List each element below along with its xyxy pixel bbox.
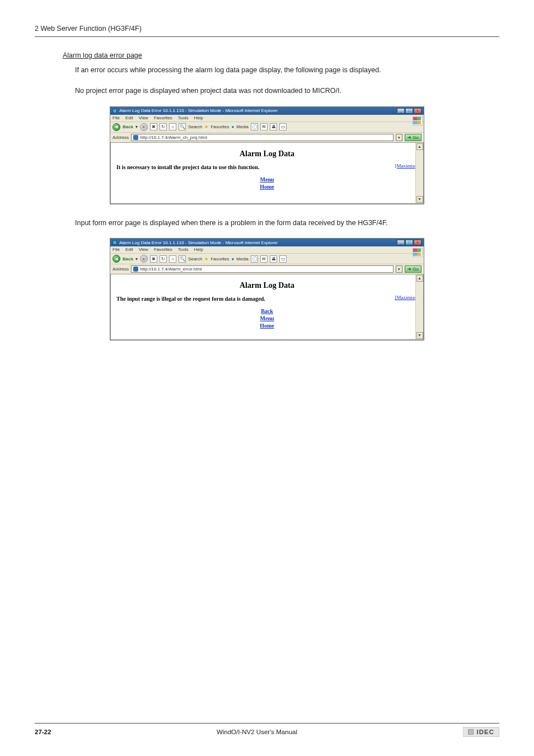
- menubar: File Edit View Favorites Tools Help: [110, 115, 424, 122]
- menu-tools[interactable]: Tools: [178, 247, 189, 252]
- stop-icon[interactable]: ✖: [150, 123, 157, 130]
- minimize-button[interactable]: _: [397, 108, 405, 114]
- address-input[interactable]: http://10.1.7.4/Alarm_error.html: [131, 265, 394, 273]
- back-button[interactable]: Back: [123, 256, 133, 262]
- search-icon[interactable]: 🔍: [179, 255, 186, 263]
- print-icon[interactable]: 🖶: [270, 255, 277, 263]
- menu-edit[interactable]: Edit: [125, 115, 133, 120]
- mail-icon[interactable]: ✉: [260, 123, 268, 130]
- address-label: Address: [113, 135, 129, 140]
- page-icon: [133, 267, 138, 272]
- back-icon[interactable]: ◄: [113, 255, 120, 263]
- back-button[interactable]: Back: [123, 124, 133, 129]
- print-icon[interactable]: 🖶: [270, 123, 277, 130]
- address-bar: Address http://10.1.7.4/Alarm_ch_prsj.ht…: [110, 133, 424, 143]
- search-button[interactable]: Search: [188, 256, 202, 262]
- address-value: http://10.1.7.4/Alarm_error.html: [140, 267, 202, 272]
- media-icon[interactable]: ●: [231, 124, 234, 129]
- menu-file[interactable]: File: [113, 115, 120, 120]
- toolbar: ◄ Back ▾ ► ✖ ↻ ⌂ 🔍 Search ★ Favorites ● …: [110, 122, 424, 133]
- menu-help[interactable]: Help: [194, 115, 203, 120]
- mail-icon[interactable]: ✉: [260, 255, 268, 263]
- error-message: It is necessary to install the project d…: [116, 164, 418, 170]
- go-icon: ➔: [407, 135, 411, 140]
- close-button[interactable]: ×: [414, 108, 421, 114]
- address-dropdown[interactable]: ▾: [396, 265, 402, 273]
- address-value: http://10.1.7.4/Alarm_ch_prsj.html: [140, 135, 207, 140]
- maximize-button[interactable]: □: [405, 240, 413, 245]
- page-heading: Alarm Log Data: [116, 281, 418, 290]
- stop-icon[interactable]: ✖: [150, 255, 157, 263]
- scroll-up-icon[interactable]: ▲: [416, 275, 423, 282]
- media-button[interactable]: Media: [236, 124, 249, 129]
- menu-view[interactable]: View: [139, 115, 148, 120]
- menu-help[interactable]: Help: [194, 247, 203, 252]
- go-button[interactable]: ➔ Go: [405, 134, 421, 141]
- ie-icon: [113, 240, 117, 245]
- page-number: 27-22: [35, 729, 51, 735]
- para-intro: If an error occurs while processing the …: [75, 65, 488, 76]
- address-bar: Address http://10.1.7.4/Alarm_error.html…: [110, 264, 424, 274]
- page-heading: Alarm Log Data: [116, 150, 418, 158]
- window-title: Alarm Log Data Error 10.1.1.110 - Simula…: [119, 108, 278, 113]
- page-icon: [133, 135, 138, 140]
- menu-edit[interactable]: Edit: [125, 247, 133, 252]
- menu-favorites[interactable]: Favorites: [154, 115, 172, 120]
- menu-favorites[interactable]: Favorites: [154, 247, 172, 252]
- refresh-icon[interactable]: ↻: [160, 123, 167, 130]
- home-icon[interactable]: ⌂: [169, 255, 176, 263]
- edit-icon[interactable]: ▭: [279, 255, 287, 263]
- error-message: The input range is illegal or the reques…: [116, 296, 418, 302]
- windows-logo-icon: [413, 248, 423, 257]
- minimize-button[interactable]: _: [397, 240, 405, 245]
- favorites-button[interactable]: Favorites: [210, 124, 229, 129]
- media-icon[interactable]: ●: [231, 256, 234, 262]
- go-icon: ➔: [407, 267, 411, 272]
- back-link[interactable]: Back: [116, 307, 418, 315]
- ie-window-inputerror: Alarm Log Data Error 10.1.1.110 - Simula…: [110, 238, 424, 340]
- scroll-down-icon[interactable]: ▼: [416, 332, 423, 339]
- page-viewport: Alarm Log Data The input range is illega…: [110, 274, 424, 340]
- menu-file[interactable]: File: [113, 247, 120, 252]
- vertical-scrollbar[interactable]: ▲ ▼: [415, 143, 423, 203]
- menubar: File Edit View Favorites Tools Help: [110, 246, 424, 254]
- brand-badge: IDEC: [463, 727, 499, 737]
- history-icon[interactable]: 🕘: [251, 255, 258, 263]
- menu-tools[interactable]: Tools: [178, 115, 189, 120]
- ie-icon: [113, 109, 117, 113]
- media-button[interactable]: Media: [236, 256, 249, 262]
- back-icon[interactable]: ◄: [113, 123, 120, 131]
- favorites-icon[interactable]: ★: [204, 256, 208, 262]
- footer-rule: [35, 723, 499, 724]
- header-rule: [35, 36, 499, 37]
- scroll-down-icon[interactable]: ▼: [416, 196, 423, 203]
- running-header: 2 Web Server Function (HG3F/4F): [35, 25, 499, 35]
- address-input[interactable]: http://10.1.7.4/Alarm_ch_prsj.html: [131, 134, 394, 141]
- favorites-icon[interactable]: ★: [204, 124, 208, 129]
- home-link[interactable]: Home: [116, 322, 418, 329]
- section-title: Alarm log data error page: [63, 52, 499, 59]
- titlebar: Alarm Log Data Error 10.1.1.110 - Simula…: [110, 239, 424, 246]
- scroll-up-icon[interactable]: ▲: [416, 143, 423, 150]
- close-button[interactable]: ×: [414, 240, 421, 245]
- favorites-button[interactable]: Favorites: [210, 256, 229, 262]
- search-button[interactable]: Search: [188, 124, 202, 129]
- history-icon[interactable]: 🕘: [251, 123, 258, 130]
- forward-icon: ►: [140, 123, 148, 131]
- menu-link[interactable]: Menu: [116, 176, 418, 183]
- address-dropdown[interactable]: ▾: [396, 134, 402, 141]
- para-noproject: No project error page is displayed when …: [75, 86, 488, 96]
- menu-link[interactable]: Menu: [116, 315, 418, 322]
- menu-view[interactable]: View: [139, 247, 148, 252]
- search-icon[interactable]: 🔍: [179, 123, 186, 130]
- maximize-button[interactable]: □: [405, 108, 413, 114]
- footer-title: WindO/I-NV2 User's Manual: [217, 729, 297, 735]
- titlebar: Alarm Log Data Error 10.1.1.110 - Simula…: [110, 107, 424, 115]
- refresh-icon[interactable]: ↻: [160, 255, 167, 263]
- edit-icon[interactable]: ▭: [279, 123, 287, 130]
- toolbar: ◄ Back ▾ ► ✖ ↻ ⌂ 🔍 Search ★ Favorites ● …: [110, 254, 424, 264]
- home-icon[interactable]: ⌂: [169, 123, 176, 130]
- home-link[interactable]: Home: [116, 183, 418, 190]
- vertical-scrollbar[interactable]: ▲ ▼: [415, 274, 423, 339]
- go-button[interactable]: ➔ Go: [405, 265, 421, 273]
